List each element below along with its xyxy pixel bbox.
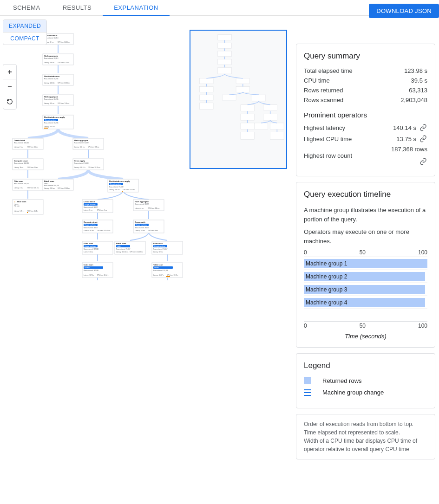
svg-text:8 target machines: 8 target machines [154, 246, 165, 247]
prominent-row: Highest latency140.14 s [304, 123, 427, 132]
footnote: Order of execution reads from bottom to … [296, 414, 435, 459]
tab-schema[interactable]: SCHEMA [2, 0, 52, 16]
zoom-reset-button[interactable] [3, 94, 16, 109]
svg-text:Index scan: Index scan [84, 264, 93, 266]
summary-row: Rows returned63,313 [304, 87, 427, 94]
timeline-bar[interactable]: Machine group 3 [304, 285, 425, 294]
svg-text:Rows returned: 74,630: Rows returned: 74,630 [74, 162, 89, 164]
link-icon[interactable] [419, 123, 427, 132]
timeline-xlabel: Time (seconds) [304, 333, 427, 340]
svg-rect-147 [241, 105, 254, 111]
svg-text:Rows returned: 66,246: Rows returned: 66,246 [44, 78, 59, 80]
timeline-bar[interactable]: Machine group 1 [304, 259, 427, 268]
svg-text:Hash aggregate: Hash aggregate [44, 55, 59, 57]
svg-text:Latency: 4.91 ms: Latency: 4.91 ms [44, 187, 55, 189]
timeline-bar[interactable]: Machine group 2 [304, 272, 425, 281]
svg-text:<field>: <field> [117, 246, 121, 247]
svg-rect-142 [200, 103, 213, 110]
svg-text:Batch scan: Batch scan [116, 242, 126, 245]
svg-text:Rows returned: 187,368: Rows returned: 187,368 [153, 270, 168, 271]
svg-text:8 target machines: 8 target machines [136, 224, 147, 226]
svg-text:Filter scan: Filter scan [84, 242, 93, 245]
svg-text:CPU time: 181 ms: CPU time: 181 ms [27, 187, 39, 189]
svg-text:Rows returned: 187,368: Rows returned: 187,368 [84, 248, 98, 250]
timeline-desc: A machine group illustrates the executio… [304, 206, 427, 224]
svg-text:Rows returned: 74,630: Rows returned: 74,630 [74, 142, 89, 144]
svg-text:Latency: 16 ms: Latency: 16 ms [14, 167, 24, 168]
card-title: Legend [304, 361, 427, 370]
svg-text:CPU time: 15 ms: CPU time: 15 ms [27, 167, 38, 168]
download-json-button[interactable]: DOWNLOAD JSON [369, 16, 439, 18]
svg-rect-26 [44, 128, 48, 129]
svg-text:Rows returned: 66,246: Rows returned: 66,246 [44, 122, 59, 124]
minimap[interactable] [190, 30, 287, 169]
svg-text:Full scan: Full scan [14, 205, 20, 207]
svg-text:CPU time: 18.14 s: CPU time: 18.14 s [97, 274, 109, 276]
svg-rect-73 [122, 191, 123, 192]
tab-results[interactable]: RESULTS [52, 0, 103, 16]
svg-text:CPU time: 4.79 ms: CPU time: 4.79 ms [58, 62, 70, 64]
svg-text:Hash aggregate: Hash aggregate [135, 200, 149, 203]
svg-text:Batch scan: Batch scan [44, 180, 54, 182]
svg-rect-136 [218, 51, 231, 57]
svg-text:CPU time: 116.63 ms: CPU time: 116.63 ms [130, 251, 143, 253]
svg-text:Latency: 110 ms: Latency: 110 ms [44, 103, 55, 104]
svg-text:Distributed cross apply: Distributed cross apply [44, 116, 65, 118]
card-title: Query summary [304, 52, 427, 61]
svg-rect-148 [263, 105, 277, 110]
tab-explanation[interactable]: EXPLANATION [103, 0, 170, 16]
svg-text:Rows returned: 104,016: Rows returned: 104,016 [44, 185, 59, 187]
timeline-axis-bottom: 050100 [304, 323, 427, 329]
svg-rect-153 [270, 123, 284, 129]
svg-rect-49 [27, 212, 28, 213]
summary-row: Total elapsed time123.98 s [304, 67, 427, 74]
timeline-axis-top: 050100 [304, 249, 427, 256]
svg-text:Rows returned: 74,657: Rows returned: 74,657 [153, 248, 168, 250]
zoom-in-button[interactable] [3, 65, 16, 79]
svg-text:CPU time: 168 ms: CPU time: 168 ms [88, 146, 99, 148]
svg-rect-144 [236, 87, 249, 92]
svg-text:Compute struct: Compute struct [84, 221, 98, 223]
svg-text:Compute struct: Compute struct [14, 160, 28, 162]
svg-text:Latency: 181.14 ms: Latency: 181.14 ms [116, 251, 129, 253]
svg-text:<table>: <table> [154, 267, 159, 269]
svg-text:Latency: 138.18 s: Latency: 138.18 s [74, 167, 85, 168]
svg-text:Latency: 190 ms: Latency: 190 ms [44, 62, 55, 64]
svg-rect-140 [200, 87, 213, 92]
expanded-button[interactable]: EXPANDED [3, 20, 46, 32]
svg-text:Latency: 140.14 s: Latency: 140.14 s [44, 82, 55, 84]
link-icon[interactable] [419, 135, 427, 143]
svg-text:Latency: 19.75 s: Latency: 19.75 s [84, 274, 94, 276]
svg-rect-155 [270, 132, 284, 140]
legend-swatch-icon [304, 377, 311, 384]
compact-button[interactable]: COMPACT [3, 32, 46, 45]
svg-text:Latency: 4 ms: Latency: 4 ms [135, 207, 144, 209]
svg-text:CPU time: 11 ms: CPU time: 11 ms [27, 146, 38, 148]
prominent-title: Prominent operators [304, 111, 427, 119]
legend-card: Legend Returned rows Machine group chang… [296, 353, 435, 408]
svg-text:Rows returned: 74,657: Rows returned: 74,657 [135, 203, 149, 205]
zoom-out-button[interactable] [3, 79, 16, 94]
query-plan-tree[interactable]: Serialize resultRows returned: 63,313Lat… [5, 30, 190, 294]
svg-rect-138 [218, 67, 231, 74]
link-icon[interactable] [419, 157, 427, 166]
svg-rect-145 [223, 95, 236, 100]
svg-text:Latency: 5 ms: Latency: 5 ms [84, 209, 92, 211]
svg-text:Rows returned: 74,657: Rows returned: 74,657 [84, 227, 98, 229]
timeline-card: Query execution timeline A machine group… [296, 182, 435, 348]
svg-text:Distributed union: Distributed union [44, 75, 60, 78]
timeline-bars: Machine group 1 Machine group 2 Machine … [304, 257, 427, 322]
view-toggle: EXPANDED COMPACT [3, 19, 47, 45]
summary-row: CPU time39.5 s [304, 77, 427, 84]
svg-text:Latency: 10 ms: Latency: 10 ms [153, 251, 163, 253]
svg-text:CPU time: 196 ms: CPU time: 196 ms [148, 207, 160, 209]
svg-text:CPU time: 24.19 ms: CPU time: 24.19 ms [58, 41, 70, 43]
svg-text:Hash aggregate: Hash aggregate [44, 96, 59, 98]
svg-text:Latency: 11 ms: Latency: 11 ms [84, 251, 93, 253]
timeline-bar[interactable]: Machine group 4 [304, 298, 425, 307]
svg-text:8 target machines: 8 target machines [85, 204, 96, 206]
svg-text:CPU time: 1.46 s: CPU time: 1.46 s [27, 210, 38, 212]
svg-text:Create batch: Create batch [84, 200, 95, 203]
svg-text:Hash aggregate: Hash aggregate [74, 139, 89, 142]
query-summary-card: Query summary Total elapsed time123.98 s… [296, 44, 435, 176]
